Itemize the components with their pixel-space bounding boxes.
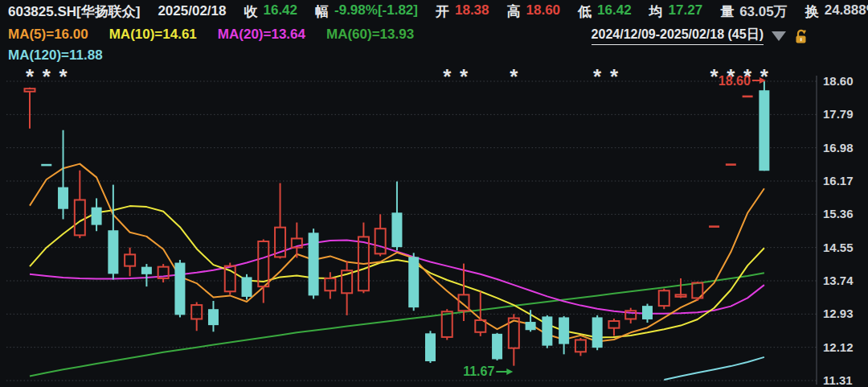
candle-body-up bbox=[25, 89, 35, 92]
low-price-label: 11.67 bbox=[463, 364, 494, 378]
candle-body-down bbox=[141, 267, 152, 274]
candle-body-down bbox=[559, 317, 569, 344]
candle-body-down bbox=[242, 277, 252, 296]
event-star-marker: * bbox=[59, 64, 68, 89]
candle-body-down bbox=[492, 334, 502, 360]
candle-body-down bbox=[642, 306, 653, 319]
candle-body-up bbox=[375, 228, 386, 253]
range-selector[interactable]: 2024/12/09-2025/02/18 (45日) bbox=[592, 27, 809, 45]
event-star-marker: * bbox=[593, 64, 602, 89]
y-axis-label: 18.60 bbox=[823, 74, 854, 88]
candle-body-up bbox=[659, 290, 669, 306]
quote-date: 2025/02/18 bbox=[158, 3, 226, 19]
candle-body-down bbox=[542, 316, 552, 345]
y-axis-label: 11.31 bbox=[823, 373, 853, 387]
candle-body-down bbox=[58, 187, 68, 209]
event-star-marker: * bbox=[26, 64, 35, 89]
ma20-legend: MA(20)=13.64 bbox=[218, 27, 305, 43]
ma120-legend: MA(120)=11.88 bbox=[8, 47, 103, 64]
y-axis-label: 17.79 bbox=[823, 107, 854, 121]
candle-body-down bbox=[526, 322, 536, 330]
candle-body-down bbox=[408, 257, 419, 307]
y-axis-label: 15.36 bbox=[823, 207, 854, 220]
y-axis-label: 12.93 bbox=[823, 307, 854, 320]
candle-body-down bbox=[92, 208, 102, 225]
ma60-legend: MA(60)=13.93 bbox=[326, 27, 414, 43]
quote-open: 开18.38 bbox=[436, 2, 489, 21]
candle-body-up bbox=[258, 241, 268, 286]
candle-body-up bbox=[442, 311, 452, 337]
event-star-marker: * bbox=[510, 64, 518, 89]
y-axis-label: 14.55 bbox=[823, 241, 854, 254]
candle-body-down bbox=[174, 263, 185, 315]
y-axis-label: 16.17 bbox=[823, 174, 854, 187]
date-range-label[interactable]: 2024/12/09-2025/02/18 (45日) bbox=[592, 27, 764, 45]
candle-body-down bbox=[309, 233, 319, 295]
stock-chart-window: 603825.SH[华扬联众] 2025/02/18 收16.42 幅-9.98… bbox=[0, 0, 868, 387]
y-axis-label: 16.98 bbox=[823, 141, 854, 154]
ma5-legend: MA(5)=16.00 bbox=[8, 27, 88, 43]
quote-avg: 均17.27 bbox=[649, 2, 703, 21]
candle-body-up bbox=[125, 254, 135, 266]
candle-body-down bbox=[391, 212, 402, 247]
candle-body-up bbox=[191, 305, 202, 319]
y-axis-label: 12.12 bbox=[823, 340, 854, 354]
quote-high: 高18.60 bbox=[507, 2, 561, 21]
candle-body-down bbox=[592, 317, 603, 348]
quote-header: 603825.SH[华扬联众] 2025/02/18 收16.42 幅-9.98… bbox=[0, 0, 868, 23]
candle-body-down bbox=[208, 309, 219, 325]
high-price-label: 18.60 bbox=[719, 74, 751, 88]
quote-volume: 量63.05万 bbox=[720, 2, 788, 21]
y-axis-label: 13.74 bbox=[823, 274, 854, 287]
event-star-marker: * bbox=[610, 64, 619, 89]
ma10-legend: MA(10)=14.61 bbox=[109, 27, 197, 43]
stock-symbol: 603825.SH[华扬联众] bbox=[8, 2, 140, 21]
quote-close: 收16.42 bbox=[244, 2, 297, 21]
candle-body-up bbox=[325, 278, 335, 290]
ma120-line bbox=[664, 357, 764, 380]
event-star-marker: * bbox=[760, 64, 769, 89]
candle-body-down bbox=[108, 230, 118, 274]
event-star-marker: * bbox=[460, 64, 469, 89]
ma20-line bbox=[30, 241, 764, 314]
low-arrow-head bbox=[506, 368, 513, 375]
event-star-marker: * bbox=[443, 64, 452, 89]
candle-body-down bbox=[425, 333, 436, 361]
ma120-legend-row: MA(120)=11.88 bbox=[0, 45, 868, 66]
candle-body-up bbox=[608, 321, 619, 328]
unlock-icon[interactable] bbox=[794, 28, 809, 44]
candle-body-up bbox=[75, 200, 85, 235]
quote-low: 低16.42 bbox=[578, 2, 632, 21]
quote-turnover: 换24.888% bbox=[805, 2, 868, 21]
chevron-down-icon[interactable] bbox=[772, 31, 786, 41]
candle-body-up bbox=[575, 340, 586, 352]
candle-body-down bbox=[759, 90, 769, 171]
quote-change: 幅-9.98%[-1.82] bbox=[315, 2, 418, 21]
event-star-marker: * bbox=[43, 64, 51, 89]
